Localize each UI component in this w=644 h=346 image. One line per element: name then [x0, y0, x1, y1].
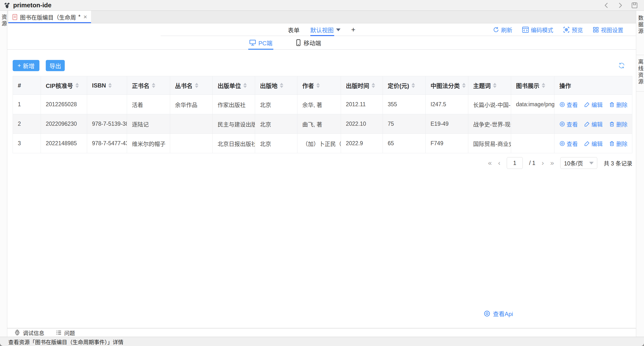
cell: 2022.9: [341, 134, 383, 153]
col-header-pubdate[interactable]: 出版时间: [341, 76, 383, 95]
eye-icon: [559, 102, 565, 107]
record-count: 共 3 条记录: [604, 159, 632, 167]
sort-icon[interactable]: [280, 83, 283, 88]
view-row-button[interactable]: 查看: [559, 100, 578, 109]
page-input[interactable]: 1: [507, 157, 523, 169]
col-header-clc[interactable]: 中图法分类: [426, 76, 468, 95]
tab-pc[interactable]: PC端: [249, 36, 272, 49]
col-header-title[interactable]: 正书名: [127, 76, 170, 95]
cell: 战争史-世界-现代: [468, 114, 511, 133]
eye-icon: [559, 121, 565, 127]
view-row-button[interactable]: 查看: [559, 120, 578, 128]
cell: 活着: [127, 95, 170, 114]
cell: data:image/png;b: [511, 95, 554, 114]
editor-tab[interactable]: 图书在版编目（生命周期事件） * ×: [8, 11, 91, 23]
cell: 国际贸易-商业史-: [468, 134, 511, 153]
cell: [511, 134, 554, 153]
sort-icon[interactable]: [412, 83, 415, 88]
preview-button[interactable]: 预览: [563, 26, 583, 34]
delete-row-button[interactable]: 删除: [609, 120, 628, 128]
sort-icon[interactable]: [462, 83, 466, 88]
col-header-series[interactable]: 丛书名: [170, 76, 213, 95]
next-page-button[interactable]: ›: [542, 159, 544, 166]
edit-row-button[interactable]: 编辑: [584, 100, 602, 109]
tab-default-view[interactable]: 默认视图: [310, 23, 340, 36]
delete-row-button[interactable]: 删除: [609, 100, 628, 109]
edit-row-button[interactable]: 编辑: [584, 120, 602, 128]
col-header-place[interactable]: 出版地: [255, 76, 298, 95]
tab-mobile[interactable]: 移动端: [296, 36, 321, 49]
export-button[interactable]: 导出: [46, 60, 65, 71]
sort-icon[interactable]: [195, 83, 198, 88]
pencil-icon: [584, 141, 590, 146]
sort-icon[interactable]: [152, 83, 155, 88]
sort-icon[interactable]: [316, 83, 320, 88]
save-icon[interactable]: [631, 2, 638, 9]
cell: [511, 114, 554, 133]
view-row-button[interactable]: 查看: [559, 139, 578, 148]
cell: 978-7-5477-4378: [87, 134, 127, 153]
app-title: primeton-ide: [13, 2, 51, 9]
col-header-publisher[interactable]: 出版单位: [213, 76, 255, 95]
delete-row-button[interactable]: 删除: [609, 139, 628, 148]
sort-icon[interactable]: [76, 83, 79, 88]
cell: （加）卜正民（T: [298, 134, 341, 153]
col-header-isbn[interactable]: ISBN: [87, 76, 127, 95]
problems-button[interactable]: 问题: [56, 329, 75, 336]
right-rail: 数据源 离线资源: [636, 11, 644, 337]
refresh-button[interactable]: 刷新: [493, 26, 512, 34]
cell: [170, 114, 213, 133]
first-page-button[interactable]: «: [488, 159, 492, 166]
nav-forward-icon[interactable]: [617, 2, 624, 9]
chevron-down-icon: [589, 162, 594, 164]
left-rail: 资源: [0, 11, 7, 337]
document-icon: [12, 14, 18, 20]
editor-body: 表单 默认视图 + 刷新 编: [7, 23, 636, 328]
add-view-button[interactable]: +: [351, 23, 356, 36]
cell: 2022148985: [41, 134, 87, 153]
last-page-button[interactable]: »: [550, 159, 554, 166]
sort-icon[interactable]: [493, 83, 496, 88]
prev-page-button[interactable]: ‹: [498, 159, 500, 166]
col-header-price[interactable]: 定价(元): [383, 76, 426, 95]
page-size-select[interactable]: 10条/页: [560, 157, 597, 169]
col-header-cover[interactable]: 图书展示: [511, 76, 554, 95]
bug-icon: [14, 329, 20, 336]
code-mode-button[interactable]: 编码模式: [522, 26, 553, 34]
col-header-actions: 操作: [554, 76, 632, 95]
cell: [170, 134, 213, 153]
trash-icon: [609, 102, 615, 107]
close-icon[interactable]: ×: [84, 13, 87, 21]
rail-offline-resources[interactable]: 离线资源: [636, 59, 644, 91]
sort-icon[interactable]: [244, 83, 247, 88]
sort-icon[interactable]: [108, 83, 112, 88]
cell: [87, 95, 127, 114]
cell: 北京: [255, 95, 298, 114]
cell: 作家出版社: [213, 95, 255, 114]
nav-back-icon[interactable]: [602, 2, 610, 9]
rail-resources[interactable]: 资源: [0, 11, 8, 27]
sort-icon[interactable]: [542, 83, 545, 88]
cell: 余华作品: [170, 95, 213, 114]
add-button[interactable]: + 新增: [13, 60, 40, 71]
edit-row-button[interactable]: 编辑: [584, 139, 602, 148]
books-table: # CIP核准号 ISBN 正书名 丛书名 出版单位 出版地 作者 出版时间 定…: [13, 76, 632, 153]
col-header-index: #: [13, 76, 41, 95]
rail-data-source[interactable]: 数据源: [636, 15, 644, 55]
view-api-button[interactable]: 查看Api: [484, 309, 513, 318]
table-refresh-icon[interactable]: [618, 62, 625, 69]
tab-form[interactable]: 表单: [288, 23, 300, 36]
row-actions: 查看 编辑 删除: [554, 95, 632, 114]
debug-info-button[interactable]: 调试信息: [14, 329, 44, 336]
view-settings-button[interactable]: 视图设置: [593, 26, 623, 34]
cell: 978-7-5139-3866: [87, 114, 127, 133]
table-row: 2 2022096230 978-7-5139-3866 逐陆记 民主与建设出版…: [13, 114, 632, 134]
col-header-cip[interactable]: CIP核准号: [41, 76, 87, 95]
col-header-subject[interactable]: 主题词: [468, 76, 511, 95]
pencil-icon: [584, 121, 590, 127]
cell: 2012265028: [41, 95, 87, 114]
editor-tab-bar: 图书在版编目（生命周期事件） * ×: [7, 11, 636, 23]
col-header-author[interactable]: 作者: [298, 76, 341, 95]
status-text: 查看资源「图书在版编目（生命周期事件）」详情: [8, 338, 124, 345]
sort-icon[interactable]: [372, 83, 375, 88]
